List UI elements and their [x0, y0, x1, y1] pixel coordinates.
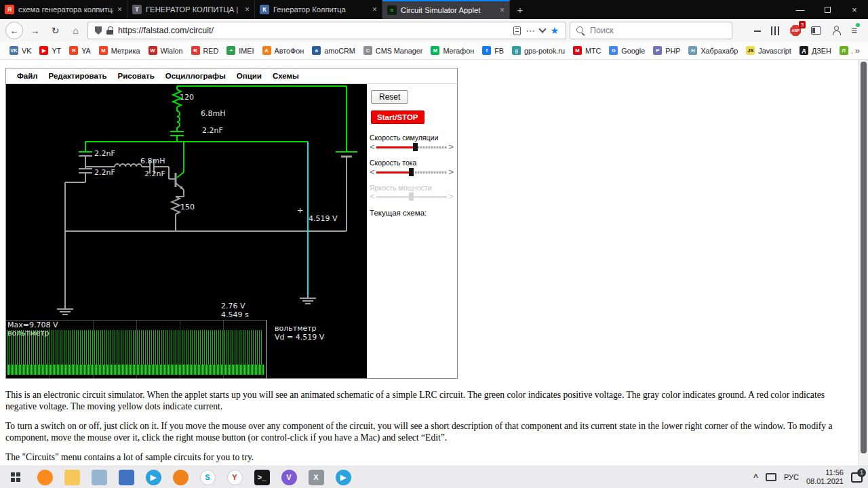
taskbar-blue-app[interactable] — [113, 466, 140, 488]
notifications-icon[interactable]: 1 — [851, 472, 863, 483]
taskbar-photo-viewer[interactable] — [85, 466, 113, 488]
page-scrollbar[interactable] — [858, 60, 868, 466]
slider-left-icon[interactable]: < — [368, 142, 376, 152]
browser-tab[interactable]: Ясхема генератора колпитца с× — [0, 0, 127, 19]
bookmark-item[interactable]: PPHP — [649, 45, 684, 56]
applet-menu-item[interactable]: Опции — [231, 70, 267, 81]
slider-left-icon[interactable]: < — [368, 167, 376, 177]
bookmark-item[interactable]: ЯYA — [65, 45, 95, 56]
scrollbar-thumb[interactable] — [861, 62, 867, 453]
reader-mode-icon[interactable] — [513, 26, 521, 35]
start-stop-button[interactable]: Start/STOP — [371, 110, 425, 124]
voltmeter-name-label: вольтметр — [275, 324, 317, 333]
applet-menu-item[interactable]: Файл — [12, 70, 43, 81]
tracking-protection-icon[interactable] — [95, 26, 102, 35]
taskbar-yandex[interactable]: Y — [221, 466, 248, 488]
taskbar-folder[interactable] — [58, 466, 85, 488]
bookmark-item[interactable]: VKVK — [5, 45, 35, 56]
sidebar-icon[interactable] — [811, 26, 821, 35]
new-tab-button[interactable]: + — [510, 0, 530, 19]
bookmark-item[interactable]: fFB — [478, 45, 508, 56]
browser-tab[interactable]: КГенератор Колпитца× — [255, 0, 382, 19]
bookmark-item[interactable]: CCMS Manager — [359, 45, 427, 56]
url-text[interactable]: https://falstad.com/circuit/ — [118, 26, 509, 35]
tools-icon: X — [309, 470, 324, 485]
applet-menu-item[interactable]: Схемы — [267, 70, 304, 81]
taskbar-terminal[interactable]: >_ — [248, 466, 275, 488]
taskbar-orange-app[interactable] — [167, 466, 194, 488]
pocket-icon[interactable] — [539, 25, 547, 33]
tab-close-icon[interactable]: × — [245, 5, 250, 14]
close-button[interactable]: × — [841, 0, 868, 19]
bookmark-item[interactable]: JSJavascript — [742, 45, 795, 56]
tray-expand-icon[interactable]: ^ — [753, 472, 758, 482]
maximize-button[interactable] — [814, 0, 841, 19]
tab-close-icon[interactable]: × — [500, 5, 505, 15]
bookmark-item[interactable]: aamoCRM — [308, 45, 359, 56]
bookmark-item[interactable]: ААвтоФон — [258, 45, 309, 56]
bookmark-star-icon[interactable]: ★ — [550, 25, 559, 36]
tab-close-icon[interactable]: × — [372, 5, 377, 14]
downloads-button[interactable] — [754, 30, 761, 32]
search-icon — [576, 26, 585, 35]
bookmark-item[interactable]: ММТС — [569, 45, 605, 56]
sim-speed-slider[interactable]: < > — [368, 142, 455, 152]
tab-close-icon[interactable]: × — [117, 5, 122, 14]
taskbar-skype[interactable]: S — [194, 466, 221, 488]
bookmark-item[interactable]: RRED — [187, 45, 223, 56]
bookmark-item[interactable]: HХабрахабр — [684, 45, 742, 56]
bookmark-item[interactable]: ММетрика — [95, 45, 144, 56]
taskbar-clock[interactable]: 11:56 08.01.2021 — [806, 468, 844, 486]
taskbar-telegram[interactable]: ▶ — [140, 466, 167, 488]
bookmarks-overflow-icon[interactable]: » — [852, 45, 863, 56]
bookmark-item[interactable]: ggps-potok.ru — [508, 45, 569, 56]
slider-track[interactable] — [376, 167, 447, 177]
taskbar-telegram-2[interactable]: ▶ — [330, 466, 357, 488]
bookmark-item[interactable]: +IMEI — [222, 45, 258, 56]
slider-thumb[interactable] — [409, 168, 414, 176]
taskbar-viber[interactable]: V — [275, 466, 302, 488]
taskbar-tools[interactable]: X — [302, 466, 330, 488]
adblock-badge: 3 — [799, 21, 806, 28]
bookmark-item[interactable]: GGoogle — [605, 45, 649, 56]
tray-display-icon[interactable] — [766, 473, 776, 481]
slider-right-icon[interactable]: > — [447, 142, 455, 152]
slider-remainder — [418, 146, 447, 148]
page-actions-icon[interactable]: ⋯ — [526, 27, 535, 34]
bookmark-item[interactable]: ▶YT — [35, 45, 65, 56]
home-button[interactable]: ⌂ — [67, 22, 84, 39]
slider-right-icon[interactable]: > — [447, 167, 455, 177]
bookmark-item[interactable]: WWialon — [144, 45, 187, 56]
slider-track[interactable] — [376, 142, 447, 152]
current-speed-slider[interactable]: < > — [368, 167, 455, 177]
account-icon[interactable] — [831, 26, 841, 35]
maximize-icon — [825, 7, 831, 13]
slider-thumb[interactable] — [413, 143, 418, 151]
reset-button[interactable]: Reset — [371, 90, 408, 104]
applet-menu-item[interactable]: Осциллографы — [160, 70, 231, 81]
applet-menu-item[interactable]: Редактировать — [43, 70, 113, 81]
bookmark-item[interactable]: ДДЗЕН — [795, 45, 835, 56]
browser-tab[interactable]: ≈Circuit Simulator Applet× — [382, 0, 510, 19]
taskbar-firefox[interactable] — [31, 466, 58, 488]
app-menu-button[interactable]: ≡ — [851, 24, 857, 37]
browser-tab[interactable]: ТГЕНЕРАТОР КОЛПИТЦА | Tex× — [127, 0, 255, 19]
bookmark-item[interactable]: ММегафон — [427, 45, 478, 56]
lock-icon[interactable] — [106, 26, 113, 35]
scope-waveform-dense — [7, 365, 264, 375]
applet-menu-item[interactable]: Рисовать — [113, 70, 160, 81]
forward-button[interactable]: → — [26, 22, 43, 39]
minimize-button[interactable]: — — [787, 0, 814, 19]
adblock-button[interactable]: ABP 3 — [790, 25, 801, 36]
skype-icon: S — [200, 470, 216, 485]
tab-favicon-icon: Т — [132, 5, 142, 14]
back-button[interactable]: ← — [5, 22, 23, 39]
search-bar[interactable]: Поиск — [570, 22, 732, 39]
circuit-canvas[interactable]: 120 6.8mH 2.2nF 2.2nF 2.2nF 6.8mH 2.2nF … — [6, 84, 367, 378]
reload-button[interactable]: ↻ — [47, 22, 64, 39]
start-button[interactable] — [0, 466, 31, 488]
address-bar[interactable]: https://falstad.com/circuit/ ⋯ ★ — [87, 22, 566, 39]
language-indicator[interactable]: РУС — [784, 473, 799, 481]
bookmark-item[interactable]: ЛЛеруа Мерлен — [835, 45, 852, 56]
library-icon[interactable] — [771, 26, 780, 35]
